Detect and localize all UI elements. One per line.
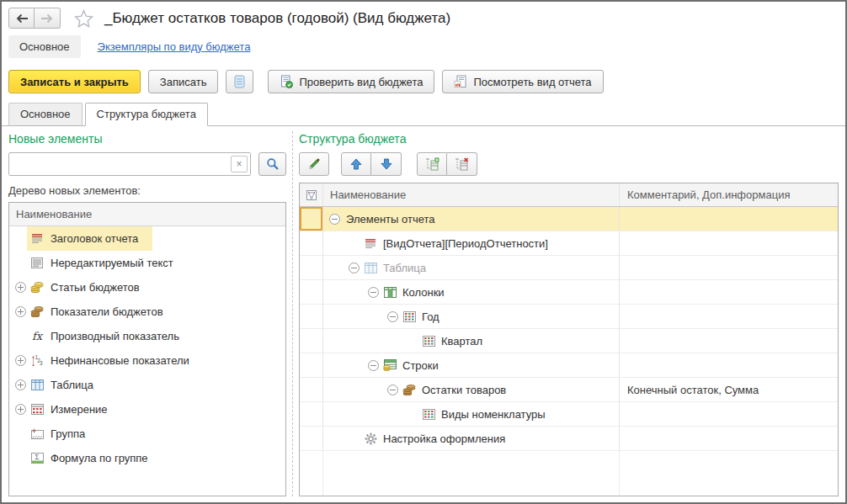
structure-row-rows[interactable]: Строки bbox=[300, 353, 838, 378]
report-header-icon bbox=[363, 238, 378, 249]
tree-item-static-text[interactable]: Нередактируемый текст bbox=[9, 251, 285, 275]
budget-structure-table: Наименование Комментарий, Доп.информация… bbox=[299, 183, 839, 496]
structure-table-header: Наименование Комментарий, Доп.информация bbox=[300, 183, 838, 207]
tree-item-dimension[interactable]: Измерение bbox=[9, 397, 285, 422]
tree-item-group-formula[interactable]: Σ Формула по группе bbox=[9, 446, 285, 470]
search-button[interactable] bbox=[258, 152, 286, 176]
structure-row-label: [ВидОтчета][ПериодОтчетности] bbox=[383, 237, 548, 250]
structure-row-label: Элементы отчета bbox=[346, 213, 435, 225]
numbers-icon: 1 2 3 bbox=[29, 355, 45, 367]
structure-row-table[interactable]: Таблица bbox=[300, 256, 838, 280]
tree-delete-icon bbox=[455, 157, 469, 171]
search-input[interactable] bbox=[9, 153, 250, 175]
gold-coins-icon bbox=[29, 282, 45, 293]
clear-icon[interactable]: × bbox=[231, 156, 248, 172]
structure-row-label: Квартал bbox=[441, 335, 482, 347]
svg-text:Σ: Σ bbox=[35, 454, 39, 461]
command-toolbar: Записать и закрыть Записать Проверить ви… bbox=[2, 66, 845, 103]
tree-column-header[interactable] bbox=[300, 183, 323, 206]
collapse-icon[interactable] bbox=[387, 385, 398, 395]
delete-level-button[interactable] bbox=[447, 152, 477, 176]
document-chart-icon bbox=[454, 75, 467, 88]
structure-row-nomenclature-kinds[interactable]: Виды номенклатуры bbox=[300, 402, 838, 427]
tab-main[interactable]: Основное bbox=[8, 103, 83, 126]
expand-icon[interactable] bbox=[15, 404, 26, 415]
structure-row-label: Год bbox=[422, 310, 439, 323]
expand-icon[interactable] bbox=[15, 282, 26, 293]
tree-item-label: Таблица bbox=[51, 379, 93, 391]
structure-row-year[interactable]: Год bbox=[300, 305, 838, 329]
tree-item-budget-articles[interactable]: Статьи бюджетов bbox=[9, 275, 285, 300]
budget-view-window: _Бюджет остатков товаров (годовой) (Вид … bbox=[0, 0, 847, 504]
save-button[interactable]: Записать bbox=[148, 70, 219, 93]
structure-row-label: Виды номенклатуры bbox=[441, 408, 546, 421]
more-actions-button[interactable] bbox=[226, 70, 253, 93]
name-column-header[interactable]: Наименование bbox=[323, 183, 620, 206]
move-down-button[interactable] bbox=[371, 152, 402, 176]
structure-row-comment bbox=[620, 231, 838, 255]
favorite-button[interactable] bbox=[74, 9, 93, 28]
budget-structure-title: Структура бюджета bbox=[299, 132, 839, 146]
save-close-button[interactable]: Записать и закрыть bbox=[8, 70, 141, 93]
structure-row-report-title[interactable]: [ВидОтчета][ПериодОтчетности] bbox=[300, 231, 838, 256]
back-button[interactable] bbox=[8, 8, 35, 29]
collapse-icon[interactable] bbox=[368, 360, 379, 371]
tree-item-group[interactable]: Группа bbox=[9, 422, 285, 446]
expand-icon[interactable] bbox=[15, 306, 26, 317]
sigma-icon: Σ bbox=[29, 453, 45, 464]
collapse-icon[interactable] bbox=[368, 287, 379, 298]
tree-item-report-header[interactable]: Заголовок отчета bbox=[9, 226, 285, 251]
collapse-icon[interactable] bbox=[329, 214, 340, 225]
bronze-coins-icon bbox=[402, 385, 417, 395]
fx-icon: fx bbox=[29, 330, 45, 342]
collapse-icon[interactable] bbox=[387, 311, 398, 322]
tab-budget-structure[interactable]: Структура бюджета bbox=[85, 103, 208, 126]
arrow-down-icon bbox=[381, 158, 392, 170]
tree-item-label: Нефинансовые показатели bbox=[51, 354, 189, 367]
svg-text:3: 3 bbox=[40, 360, 43, 366]
edit-button[interactable] bbox=[299, 152, 329, 176]
grid-icon bbox=[421, 336, 436, 347]
list-stack-icon bbox=[234, 75, 245, 88]
content-area: Новые элементы × Дерево новых элементов:… bbox=[2, 126, 845, 502]
structure-row-label: Настройка оформления bbox=[383, 432, 505, 445]
panel-splitter[interactable] bbox=[286, 131, 299, 496]
static-text-icon bbox=[29, 257, 45, 268]
new-elements-title: Новые элементы bbox=[8, 132, 286, 146]
tree-item-label: Производный показатель bbox=[51, 330, 179, 342]
expand-icon[interactable] bbox=[15, 379, 26, 390]
comment-column-header[interactable]: Комментарий, Доп.информация bbox=[620, 183, 838, 206]
structure-row-quarter[interactable]: Квартал bbox=[300, 329, 838, 353]
structure-row-columns[interactable]: Колонки bbox=[300, 280, 838, 305]
back-arrow-icon bbox=[15, 13, 29, 24]
search-box: × bbox=[8, 152, 251, 176]
search-row: × bbox=[8, 152, 286, 176]
star-icon bbox=[74, 9, 93, 28]
tree-item-nonfinancial[interactable]: 1 2 3 Нефинансовые показатели bbox=[9, 348, 285, 373]
check-budget-view-button[interactable]: Проверить вид бюджета bbox=[268, 70, 434, 93]
add-level-button[interactable] bbox=[417, 152, 447, 176]
new-elements-tree-label: Дерево новых элементов: bbox=[8, 184, 286, 197]
view-report-button[interactable]: Посмотреть вид отчета bbox=[442, 70, 603, 93]
structure-row-design-settings[interactable]: Настройка оформления bbox=[300, 427, 838, 451]
collapse-icon[interactable] bbox=[349, 263, 360, 273]
current-row-marker bbox=[300, 207, 323, 231]
tree-item-derived-indicator[interactable]: fx Производный показатель bbox=[9, 324, 285, 348]
budget-instances-link[interactable]: Экземпляры по виду бюджета bbox=[98, 40, 251, 53]
nav-main-button[interactable]: Основное bbox=[8, 35, 81, 58]
forward-button[interactable] bbox=[35, 8, 61, 29]
search-icon bbox=[266, 157, 280, 171]
structure-row-label: Таблица bbox=[383, 262, 426, 274]
table-icon bbox=[363, 263, 378, 273]
move-up-button[interactable] bbox=[341, 152, 371, 176]
tree-item-label: Статьи бюджетов bbox=[51, 281, 140, 294]
grid-icon bbox=[402, 311, 417, 322]
structure-row-report-elements[interactable]: Элементы отчета bbox=[300, 207, 838, 231]
expand-icon[interactable] bbox=[15, 355, 26, 366]
report-header-icon bbox=[29, 233, 45, 244]
tree-item-budget-indicators[interactable]: Показатели бюджетов bbox=[9, 300, 285, 324]
tree-item-label: Показатели бюджетов bbox=[51, 305, 163, 318]
nav-row: Основное Экземпляры по виду бюджета bbox=[2, 31, 845, 66]
tree-item-table[interactable]: Таблица bbox=[9, 373, 285, 397]
structure-row-goods-balance[interactable]: Остатки товаров Конечный остаток, Сумма bbox=[300, 378, 838, 402]
